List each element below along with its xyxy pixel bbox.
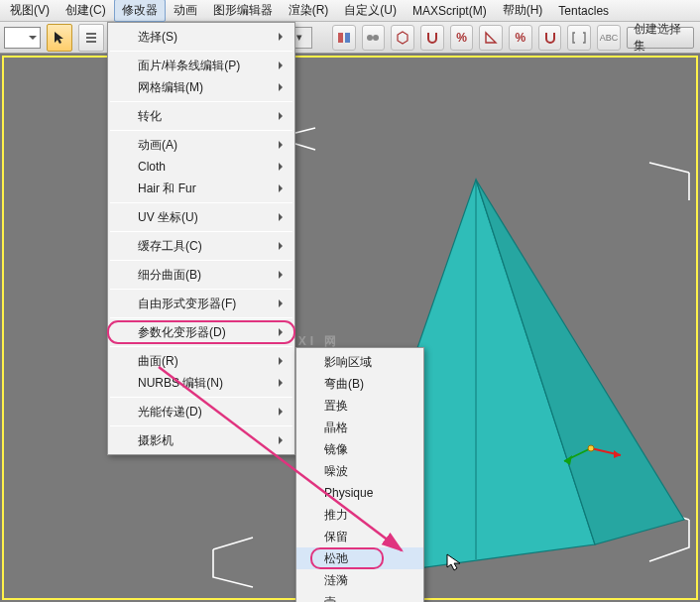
menu-animation[interactable]: 动画 xyxy=(166,0,205,22)
selection-filter-dropdown[interactable] xyxy=(4,27,41,49)
svg-point-5 xyxy=(367,35,373,41)
snap-toggle-button[interactable] xyxy=(391,25,414,51)
submenu-item[interactable]: Physique xyxy=(296,482,423,504)
modifiers-menu: 选择(S)面片/样条线编辑(P)网格编辑(M)转化动画(A)ClothHair … xyxy=(107,22,295,455)
menu-item[interactable]: 网格编辑(M) xyxy=(108,76,294,98)
menu-graph-editors[interactable]: 图形编辑器 xyxy=(205,0,281,22)
menu-separator xyxy=(110,346,292,347)
align-button[interactable] xyxy=(362,25,386,51)
magnet-icon xyxy=(424,30,440,46)
menubar: 视图(V) 创建(C) 修改器 动画 图形编辑器 渲染(R) 自定义(U) MA… xyxy=(0,0,700,22)
list-icon xyxy=(84,31,98,45)
menu-item[interactable]: 面片/样条线编辑(P) xyxy=(108,55,294,76)
submenu-item[interactable]: 保留 xyxy=(296,526,423,547)
angle-icon xyxy=(483,30,499,46)
magnet2-icon xyxy=(542,30,558,46)
menu-item[interactable]: 光能传递(D) xyxy=(108,401,294,422)
submenu-item[interactable]: 涟漪 xyxy=(296,569,423,591)
main-toolbar: 见图 ▾ % % ABC 创建选择集 xyxy=(0,22,700,54)
menu-separator xyxy=(110,51,292,52)
menu-separator xyxy=(110,260,292,261)
menu-create[interactable]: 创建(C) xyxy=(58,0,114,22)
menu-separator xyxy=(110,101,292,102)
menu-separator xyxy=(110,397,292,398)
svg-rect-4 xyxy=(345,33,350,43)
svg-rect-0 xyxy=(86,33,96,35)
angle-snap-button[interactable] xyxy=(420,25,444,51)
menu-item[interactable]: 曲面(R) xyxy=(108,350,294,372)
submenu-item[interactable]: 松弛 xyxy=(296,547,423,569)
percent-sub-icon: % xyxy=(516,31,526,45)
menu-separator xyxy=(110,130,292,131)
submenu-item[interactable]: 晶格 xyxy=(296,417,423,438)
align-icon xyxy=(365,30,381,46)
select-by-name-button[interactable] xyxy=(78,24,104,52)
percent-snap-button[interactable]: % xyxy=(450,25,474,51)
menu-item[interactable]: 自由形式变形器(F) xyxy=(108,293,294,314)
menu-view[interactable]: 视图(V) xyxy=(2,0,58,22)
svg-point-14 xyxy=(588,445,594,451)
submenu-item[interactable]: 噪波 xyxy=(296,460,423,482)
svg-rect-3 xyxy=(338,33,343,43)
menu-tentacles[interactable]: Tentacles xyxy=(550,1,617,21)
abc-icon: ABC xyxy=(600,33,619,43)
named-sets-button[interactable] xyxy=(567,25,591,51)
menu-separator xyxy=(110,231,292,232)
mirror-button[interactable] xyxy=(332,25,356,51)
menu-item[interactable]: 转化 xyxy=(108,105,294,127)
axis-gizmo[interactable] xyxy=(556,414,626,483)
submenu-item[interactable]: 置换 xyxy=(296,395,423,417)
submenu-item[interactable]: 影响区域 xyxy=(296,351,423,373)
parametric-deformers-submenu: 影响区域弯曲(B)置换晶格镜像噪波Physique推力保留松弛涟漪壳 xyxy=(295,347,424,602)
menu-maxscript[interactable]: MAXScript(M) xyxy=(405,1,495,21)
menu-item[interactable]: 动画(A) xyxy=(108,134,294,156)
menu-separator xyxy=(110,289,292,290)
menu-modifiers[interactable]: 修改器 xyxy=(114,0,166,22)
menu-help[interactable]: 帮助(H) xyxy=(495,0,551,22)
menu-separator xyxy=(110,202,292,203)
cube-icon xyxy=(395,30,410,46)
menu-item[interactable]: 摄影机 xyxy=(108,429,294,451)
magnet2-button[interactable] xyxy=(538,25,562,51)
percent-icon: % xyxy=(456,31,467,45)
spinner-snap-button[interactable] xyxy=(479,25,503,51)
menu-item[interactable]: 选择(S) xyxy=(108,26,294,48)
select-object-button[interactable] xyxy=(47,24,72,52)
menu-separator xyxy=(110,425,292,426)
cursor-icon xyxy=(53,31,66,45)
menu-item[interactable]: Cloth xyxy=(108,156,294,178)
create-selection-set-button[interactable]: 创建选择集 xyxy=(627,27,694,49)
menu-item[interactable]: UV 坐标(U) xyxy=(108,206,294,228)
abc-button[interactable]: ABC xyxy=(597,25,621,51)
menu-item[interactable]: Hair 和 Fur xyxy=(108,178,294,199)
menu-separator xyxy=(110,317,292,318)
snaps-settings-button[interactable]: % xyxy=(509,25,532,51)
mouse-cursor-icon xyxy=(446,553,464,571)
submenu-item[interactable]: 镜像 xyxy=(296,438,423,460)
menu-item[interactable]: 细分曲面(B) xyxy=(108,264,294,286)
menu-item[interactable]: 缓存工具(C) xyxy=(108,235,294,257)
svg-rect-2 xyxy=(86,41,96,43)
mirror-icon xyxy=(336,30,352,46)
menu-customize[interactable]: 自定义(U) xyxy=(336,0,405,22)
submenu-item[interactable]: 壳 xyxy=(296,591,423,602)
menu-item[interactable]: NURBS 编辑(N) xyxy=(108,372,294,394)
menu-render[interactable]: 渲染(R) xyxy=(281,0,337,22)
brackets-icon xyxy=(571,30,587,46)
submenu-item[interactable]: 推力 xyxy=(296,504,423,526)
menu-item[interactable]: 参数化变形器(D) xyxy=(108,321,294,343)
submenu-item[interactable]: 弯曲(B) xyxy=(296,373,423,395)
svg-point-6 xyxy=(373,35,379,41)
svg-rect-1 xyxy=(86,37,96,39)
